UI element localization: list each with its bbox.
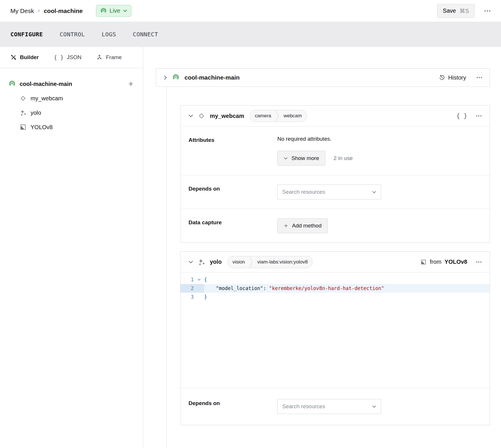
fold-toggle[interactable] <box>194 275 204 284</box>
config-mode-bar: Builder { } JSON Frame <box>0 47 143 68</box>
attributes-in-use-count: 2 in use <box>334 155 353 161</box>
code-text: } <box>204 293 490 301</box>
chevron-down-icon <box>123 10 127 12</box>
depends-on-label: Depends on <box>189 399 277 406</box>
tab-connect[interactable]: CONNECT <box>133 31 158 38</box>
vision-sparkles-icon <box>198 258 205 266</box>
code-line-2: 2 "model_location": "keremberke/yolov8n-… <box>180 284 490 293</box>
json-attributes-editor[interactable]: 1 { 2 "model_location": "keremberke <box>180 272 490 388</box>
broadcast-icon <box>172 74 179 81</box>
json-key: "model_location" <box>216 285 263 291</box>
camera-component-icon <box>20 95 27 102</box>
data-capture-label: Data capture <box>189 218 277 226</box>
attributes-section: Attributes No required attributes. Show … <box>180 126 490 175</box>
depends-on-select[interactable]: Search resources <box>277 399 381 414</box>
depends-on-section: Depends on Search resources <box>180 388 490 425</box>
history-label: History <box>448 74 466 81</box>
badge-model: viam-labs:vision:yolov8 <box>253 256 312 268</box>
history-clock-icon <box>439 74 445 81</box>
mode-builder[interactable]: Builder <box>10 54 39 61</box>
chevron-right-icon <box>164 75 167 80</box>
mode-frame-label: Frame <box>106 54 122 61</box>
badge-type: camera <box>250 110 276 122</box>
mode-json-label: JSON <box>67 54 82 61</box>
mode-json[interactable]: { } JSON <box>54 54 81 61</box>
mode-frame[interactable]: Frame <box>96 54 122 61</box>
tree-item-yolo[interactable]: yolo <box>20 106 134 120</box>
edit-json-button[interactable]: { } <box>456 112 467 119</box>
line-number: 2 <box>180 284 194 293</box>
collapse-card-button[interactable] <box>189 114 193 117</box>
top-bar: My Desk › cool-machine Live Save ⌘S <box>0 0 501 22</box>
code-text: { <box>204 275 490 284</box>
service-card-yolo: yolo vision viam-labs:vision:yolov8 <box>180 251 490 425</box>
depends-on-placeholder: Search resources <box>282 189 325 195</box>
mode-builder-label: Builder <box>20 54 39 61</box>
chevron-down-icon <box>372 191 376 193</box>
configure-main-panel: cool-machine-main History <box>143 47 501 448</box>
breadcrumb-separator-icon: › <box>38 7 40 14</box>
depends-on-select[interactable]: Search resources <box>277 185 381 199</box>
badge-divider-chevron <box>276 110 279 122</box>
broadcast-icon <box>9 80 16 87</box>
part-title: cool-machine-main <box>184 74 240 81</box>
component-type-badge: camera webcam <box>250 110 307 122</box>
line-number: 1 <box>180 275 194 284</box>
attributes-label: Attributes <box>189 136 277 143</box>
tab-logs[interactable]: LOGS <box>102 31 116 38</box>
live-label: Live <box>110 7 120 14</box>
live-status-dropdown[interactable]: Live <box>96 5 131 17</box>
code-line-1: 1 { <box>180 275 490 284</box>
json-string-value: "keremberke/yolov8n-hard-hat-detection" <box>269 285 384 291</box>
tree-item-my-webcam[interactable]: my_webcam <box>20 91 134 106</box>
ellipsis-icon <box>484 10 491 12</box>
add-component-button[interactable] <box>128 81 134 87</box>
attributes-empty-text: No required attributes. <box>277 135 332 142</box>
collapse-part-button[interactable] <box>164 75 167 80</box>
card-overflow-menu-button[interactable] <box>476 115 482 117</box>
data-capture-section: Data capture Add method <box>180 209 490 242</box>
depends-on-placeholder: Search resources <box>282 403 325 410</box>
topbar-overflow-menu-button[interactable] <box>484 10 491 12</box>
chevron-down-icon <box>372 405 376 408</box>
add-method-label: Add method <box>292 223 321 229</box>
configure-sidebar: Builder { } JSON Frame <box>0 47 143 448</box>
part-overflow-menu-button[interactable] <box>476 77 482 78</box>
part-resources-group: my_webcam camera webcam { } <box>166 87 490 448</box>
tab-configure[interactable]: CONFIGURE <box>10 31 43 38</box>
show-more-button[interactable]: Show more <box>277 151 325 166</box>
add-method-button[interactable]: Add method <box>277 218 328 233</box>
depends-on-section: Depends on Search resources <box>180 175 490 209</box>
save-shortcut: ⌘S <box>459 7 469 14</box>
breadcrumb: My Desk › cool-machine <box>10 7 83 14</box>
broadcast-icon <box>100 8 107 14</box>
component-name: my_webcam <box>210 113 244 119</box>
tree-item-label: yolo <box>31 110 41 116</box>
history-button[interactable]: History <box>439 74 466 81</box>
component-tree: cool-machine-main my_webcam <box>0 68 143 134</box>
module-icon <box>420 259 427 265</box>
save-button[interactable]: Save ⌘S <box>437 4 474 18</box>
collapse-card-button[interactable] <box>189 261 193 263</box>
module-icon <box>20 124 27 131</box>
ellipsis-icon <box>476 115 482 117</box>
card-overflow-menu-button[interactable] <box>476 261 482 263</box>
component-card-my-webcam: my_webcam camera webcam { } <box>180 105 490 243</box>
tab-control[interactable]: CONTROL <box>60 31 85 38</box>
braces-icon: { } <box>54 54 63 61</box>
tools-icon <box>10 54 17 61</box>
badge-model: webcam <box>279 110 306 122</box>
badge-type: vision <box>228 256 249 268</box>
show-more-label: Show more <box>291 155 319 161</box>
from-module-label: from YOLOv8 <box>420 259 467 265</box>
tree-item-label: my_webcam <box>31 95 63 102</box>
tree-item-machine-part[interactable]: cool-machine-main <box>9 77 134 91</box>
breadcrumb-parent-link[interactable]: My Desk <box>10 7 34 14</box>
machine-part-header: cool-machine-main History <box>156 68 490 87</box>
tree-root-label: cool-machine-main <box>20 81 72 87</box>
chevron-down-icon <box>189 114 193 117</box>
tree-item-yolov8-module[interactable]: YOLOv8 <box>20 120 134 134</box>
chevron-down-icon <box>189 261 193 263</box>
my-webcam-card-header: my_webcam camera webcam { } <box>180 106 490 126</box>
code-text: "model_location": "keremberke/yolov8n-ha… <box>204 284 490 293</box>
